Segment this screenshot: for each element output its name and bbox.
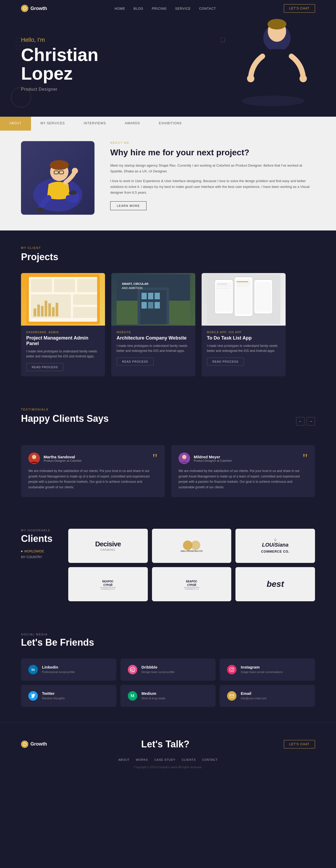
- svg-text:COMMERCE CO: COMMERCE CO: [101, 588, 115, 590]
- tab-exhibitions[interactable]: EXHIBITIONS: [149, 117, 191, 131]
- testimonials-next[interactable]: →: [307, 417, 315, 426]
- svg-rect-51: [255, 282, 271, 312]
- projects-grid: DASHBOARD, ADMIN Project Management Admi…: [21, 273, 315, 376]
- svg-rect-54: [217, 288, 230, 289]
- svg-rect-29: [45, 301, 47, 316]
- svg-rect-22: [77, 279, 97, 292]
- social-medium[interactable]: M Medium Short & long reads: [121, 685, 216, 707]
- svg-point-73: [130, 667, 135, 672]
- svg-rect-39: [155, 293, 160, 299]
- about-text-area: ABOUT ME Why hire me for your next proje…: [110, 141, 315, 210]
- testimonial-role-2: Product Designer at Colorhint: [194, 459, 232, 462]
- nav-home[interactable]: HOME: [115, 7, 125, 10]
- testimonials-header: TESTIMONIALS Happy Clients Says ← →: [21, 408, 315, 435]
- filter-worldwide[interactable]: WORLDWIDE: [21, 550, 58, 553]
- learn-more-button[interactable]: LEARN MORE: [110, 201, 146, 210]
- todo-svg: [207, 274, 280, 324]
- nav-blog[interactable]: BLOG: [134, 7, 143, 10]
- social-twitter[interactable]: Twitter Random thoughts: [21, 685, 116, 707]
- footer-logo: Growth: [21, 741, 47, 748]
- social-dribbble[interactable]: Dribbble Design team social profile: [121, 658, 216, 681]
- svg-rect-71: [184, 587, 200, 588]
- footer-cta-row: Growth Let's Talk? LET'S CHAT: [21, 739, 315, 750]
- nav-logo[interactable]: Growth: [21, 5, 47, 12]
- read-process-1[interactable]: READ PROCESS: [26, 363, 63, 371]
- project-type-3: MOBILE APP, IOS APP: [207, 331, 280, 334]
- social-email-desc: info@your-mail.com: [241, 697, 266, 700]
- testimonial-role-1: Product Designer at Colorhint: [43, 459, 81, 462]
- testimonials-prev[interactable]: ←: [296, 417, 304, 426]
- ama-svg: AMA-PROM BALTIC: [180, 537, 203, 553]
- social-twitter-name: Twitter: [42, 691, 65, 695]
- svg-rect-53: [217, 286, 231, 286]
- filter-country-label: MY COUNTRY: [21, 555, 42, 559]
- footer-link-works[interactable]: WORKS: [136, 758, 148, 761]
- read-process-3[interactable]: READ PROCESS: [207, 358, 244, 366]
- nav-pricing[interactable]: PRICING: [152, 7, 167, 10]
- svg-rect-50: [235, 279, 252, 314]
- svg-rect-37: [141, 293, 147, 299]
- clients-title: Clients: [21, 533, 58, 544]
- social-instagram[interactable]: Instagram Image base social conversation…: [220, 658, 315, 681]
- hero-section: Hello, I'm Christian Lopez Product Desig…: [0, 17, 336, 117]
- filter-country[interactable]: MY COUNTRY: [21, 555, 58, 559]
- social-dribbble-desc: Design team social profile: [141, 671, 174, 674]
- hero-content: Hello, I'm Christian Lopez Product Desig…: [21, 36, 315, 92]
- social-email[interactable]: Email info@your-mail.com: [220, 685, 315, 707]
- social-linkedin-info: Linkedin Professional social profile: [42, 665, 75, 674]
- svg-rect-41: [148, 302, 153, 309]
- social-sub-label: SOCIAL MEDIA: [21, 633, 315, 636]
- filter-worldwide-label: WORLDWIDE: [24, 550, 44, 553]
- svg-rect-20: [31, 279, 52, 292]
- testimonial-header-1: Martha Sandoval Product Designer at Colo…: [28, 453, 158, 464]
- social-linkedin-name: Linkedin: [42, 665, 75, 669]
- svg-text:AND AMBITION: AND AMBITION: [122, 286, 142, 289]
- tab-interviews[interactable]: INTERVIEWS: [74, 117, 115, 131]
- svg-rect-25: [73, 307, 97, 318]
- nav-contact[interactable]: CONTACT: [199, 7, 216, 10]
- testimonials-section: TESTIMONIALS Happy Clients Says ← → Mart…: [0, 392, 336, 513]
- svg-point-11: [50, 160, 69, 170]
- project-desc-1: I made nine prototypes to understand fam…: [26, 349, 100, 359]
- hero-name: Christian Lopez: [21, 45, 315, 83]
- tab-awards[interactable]: AWARDS: [115, 117, 149, 131]
- footer-cta-title: Let's Talk?: [141, 739, 190, 750]
- navbar: Growth HOME BLOG PRICING SERVICE CONTACT…: [0, 0, 336, 17]
- about-label: ABOUT ME: [110, 141, 315, 144]
- beap2-svg: БЕАРОС СТРОЙ COMMERCE CO: [181, 577, 202, 590]
- clients-grid: Decisive FARMING AMA-PROM BALTIC ♤: [68, 529, 315, 601]
- footer-link-case-study[interactable]: CASE STUDY: [154, 758, 175, 761]
- svg-rect-24: [73, 294, 97, 305]
- read-process-2[interactable]: READ PROCESS: [116, 358, 154, 366]
- svg-rect-26: [34, 309, 36, 316]
- svg-rect-55: [236, 281, 248, 282]
- nav-service[interactable]: SERVICE: [175, 7, 191, 10]
- footer-link-contact[interactable]: CONTACT: [202, 758, 217, 761]
- project-title-1: Project Management Admin Panel: [26, 335, 100, 346]
- project-card-3: MOBILE APP, IOS APP To Do Task List App …: [202, 273, 285, 376]
- testimonials-label: TESTIMONIALS: [21, 408, 109, 411]
- project-info-1: DASHBOARD, ADMIN Project Management Admi…: [21, 326, 105, 376]
- project-thumb-3: [202, 273, 285, 326]
- email-icon: [227, 691, 236, 701]
- social-medium-name: Medium: [141, 691, 165, 695]
- tab-services[interactable]: MY SERVICES: [31, 117, 74, 131]
- footer-link-about[interactable]: ABOUT: [119, 758, 130, 761]
- social-heading: Let's Be Friends: [21, 637, 315, 648]
- project-info-2: WEBSITE Architecture Company Website I m…: [111, 326, 195, 371]
- svg-rect-31: [52, 307, 55, 316]
- svg-rect-40: [141, 302, 147, 309]
- tab-about[interactable]: ABOUT: [0, 117, 31, 131]
- footer-link-clients[interactable]: CLIENTS: [182, 758, 196, 761]
- footer-cta-button[interactable]: LET'S CHAT: [284, 740, 315, 748]
- svg-point-16: [69, 190, 77, 195]
- decisive-text: Decisive: [95, 540, 121, 548]
- dashboard-svg: [26, 274, 100, 324]
- tabs-bar: ABOUT MY SERVICES INTERVIEWS AWARDS EXHI…: [0, 117, 336, 131]
- social-linkedin[interactable]: in Linkedin Professional social profile: [21, 658, 116, 681]
- social-dribbble-info: Dribbble Design team social profile: [141, 665, 174, 674]
- nav-cta-button[interactable]: LET'S CHAT: [284, 4, 315, 12]
- social-dribbble-name: Dribbble: [141, 665, 174, 669]
- testimonial-card-2: Mildred Meyer Product Designer at Colorh…: [171, 445, 315, 497]
- clients-filter: WORLDWIDE MY COUNTRY: [21, 550, 58, 559]
